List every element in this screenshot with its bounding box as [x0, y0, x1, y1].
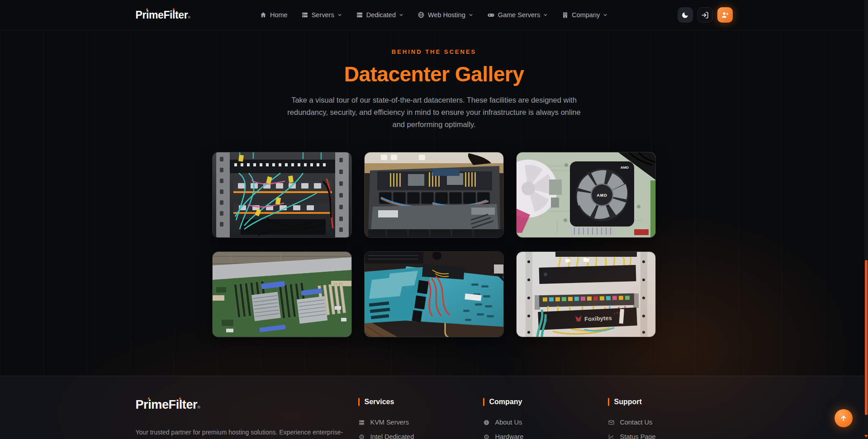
login-button[interactable]	[697, 7, 713, 23]
footer-link-status-page[interactable]: Status Page	[608, 432, 733, 439]
nav-item-game-servers[interactable]: Game Servers	[487, 11, 548, 19]
amd-shroud-label: AMD	[621, 165, 629, 170]
footer-column-support: Support Contact Us Status Page	[608, 398, 733, 439]
dual-socket-board-photo	[213, 252, 352, 337]
brand-logo-text: PrimeFilter	[136, 9, 188, 21]
building-icon	[562, 12, 569, 19]
register-button[interactable]	[717, 7, 733, 23]
footer-column-title: Company	[489, 398, 522, 406]
footer-link-hardware[interactable]: Hardware	[483, 432, 608, 439]
page-title: Datacenter Gallery	[0, 62, 868, 86]
wall-cabinet-photo: Foxibytes LTD	[517, 252, 656, 337]
nav-item-dedicated[interactable]: Dedicated	[356, 11, 404, 19]
mail-icon	[608, 419, 615, 426]
rack-cabling-photo	[213, 152, 352, 238]
nav-label: Home	[270, 11, 288, 19]
chevron-down-icon	[602, 12, 608, 18]
chart-icon	[608, 434, 615, 439]
nav-item-web-hosting[interactable]: Web Hosting	[417, 11, 474, 19]
accent-bar	[483, 398, 484, 406]
footer-link-label: Hardware	[495, 433, 524, 439]
login-icon	[701, 11, 709, 19]
nav-item-home[interactable]: Home	[260, 11, 288, 19]
scroll-to-top-button[interactable]	[835, 409, 853, 427]
gallery-image-rack-cabling[interactable]	[212, 152, 352, 238]
server-icon	[301, 11, 308, 19]
footer-link-label: Intel Dedicated	[370, 433, 414, 439]
gallery-image-open-server-top[interactable]	[364, 152, 504, 238]
footer-column-title: Services	[365, 398, 394, 406]
info-icon	[483, 419, 490, 426]
arrow-up-icon	[840, 414, 848, 422]
chevron-down-icon	[543, 12, 548, 18]
gallery-image-wall-cabinet[interactable]: Foxibytes LTD	[516, 251, 656, 337]
accent-bar	[608, 398, 609, 406]
footer-link-label: Status Page	[620, 433, 656, 439]
footer-link-label: About Us	[495, 419, 522, 426]
footer-link-kvm-servers[interactable]: KVM Servers	[358, 418, 483, 427]
nav-item-servers[interactable]: Servers	[301, 11, 342, 19]
foxibytes-brand-text: Foxibytes	[584, 315, 612, 323]
brand-logo[interactable]: PrimeFilter®	[136, 9, 190, 21]
footer-link-label: Contact Us	[620, 419, 653, 426]
moon-icon	[681, 11, 689, 19]
footer-link-about-us[interactable]: About Us	[483, 418, 608, 427]
server-icon	[358, 419, 365, 426]
footer-logo-text: PrimeFilter	[136, 398, 198, 411]
footer-column-company: Company About Us Hardware	[483, 398, 608, 439]
home-icon	[260, 11, 267, 19]
open-server-photo	[365, 152, 504, 238]
scrollbar-down-arrow[interactable]	[864, 435, 868, 438]
footer-link-label: KVM Servers	[370, 419, 409, 426]
globe-icon	[417, 11, 425, 19]
footer-column-title: Support	[614, 398, 642, 406]
top-navbar: PrimeFilter® Home Servers Dedicated Web …	[0, 0, 868, 30]
footer-link-contact-us[interactable]: Contact Us	[608, 418, 733, 427]
nav-label: Servers	[312, 11, 334, 19]
nav-label: Game Servers	[498, 11, 540, 19]
gallery-image-teal-server[interactable]	[364, 251, 504, 337]
scrollbar-thumb[interactable]	[865, 260, 868, 415]
cpu-icon	[483, 434, 490, 439]
footer-link-intel-dedicated[interactable]: Intel Dedicated	[358, 432, 483, 439]
gallery-image-dual-socket-board[interactable]	[212, 251, 352, 337]
chevron-down-icon	[468, 12, 474, 18]
section-eyebrow: BEHIND THE SCENES	[0, 48, 868, 55]
datacenter-gallery-section: BEHIND THE SCENES Datacenter Gallery Tak…	[0, 30, 868, 376]
accent-bar	[358, 398, 360, 406]
gamepad-icon	[487, 11, 495, 19]
nav-label: Dedicated	[366, 11, 396, 19]
footer-logo[interactable]: PrimeFilter®	[136, 398, 200, 412]
main-nav: Home Servers Dedicated Web Hosting Game …	[190, 11, 678, 19]
nav-label: Company	[572, 11, 600, 19]
header-actions	[678, 7, 733, 23]
cpu-icon	[358, 434, 365, 439]
chevron-down-icon	[398, 12, 404, 18]
user-plus-icon	[721, 11, 729, 19]
amd-cooler-photo: AMD AMD	[517, 152, 656, 238]
registered-mark: ®	[197, 405, 200, 410]
page-footer: PrimeFilter® Your trusted partner for pr…	[0, 376, 868, 439]
chevron-down-icon	[337, 12, 342, 18]
gallery-grid: AMD AMD	[212, 152, 656, 337]
server-icon	[356, 11, 363, 19]
section-description: Take a visual tour of our state-of-the-a…	[285, 94, 583, 131]
amd-hub-label: AMD	[597, 193, 607, 198]
gallery-image-amd-cooler[interactable]: AMD AMD	[516, 152, 656, 238]
theme-toggle-button[interactable]	[678, 7, 693, 23]
footer-column-services: Services KVM Servers Intel Dedicated	[358, 398, 483, 439]
nav-label: Web Hosting	[428, 11, 465, 19]
registered-mark: ®	[188, 15, 190, 19]
page-scrollbar	[864, 0, 868, 439]
footer-brand: PrimeFilter® Your trusted partner for pr…	[136, 398, 358, 439]
footer-tagline: Your trusted partner for premium hosting…	[136, 427, 344, 437]
nav-item-company[interactable]: Company	[562, 11, 608, 19]
teal-server-photo	[365, 252, 504, 337]
